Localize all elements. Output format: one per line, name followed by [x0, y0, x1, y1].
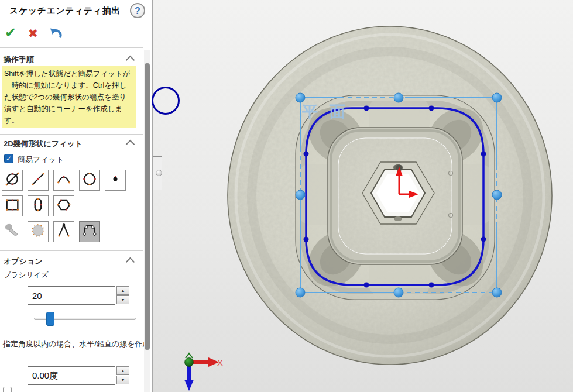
axis-origin-ball-icon	[185, 358, 194, 367]
hex-bottom-notch	[394, 216, 402, 221]
simple-fit-label: 簡易フィット	[18, 154, 64, 165]
brush-size-label: ブラシサイズ	[4, 270, 49, 280]
property-manager-panel: スケッチエンティティ抽出 ? ✔ ✖ 操作手順 Shiftを押した状態だと簡易フ…	[0, 0, 153, 392]
tool-row-1	[2, 170, 126, 191]
arc-icon	[56, 171, 72, 190]
brush-icon	[4, 222, 21, 242]
divider	[0, 47, 143, 48]
tool-row-2	[2, 195, 74, 216]
ok-button[interactable]: ✔	[5, 25, 16, 41]
chevron-up-icon[interactable]	[126, 56, 135, 65]
axis-z-arrow-icon	[184, 380, 194, 391]
no-fit-tool-button[interactable]	[2, 170, 23, 191]
panel-scrollbar-thumb[interactable]	[145, 63, 150, 350]
graphics-viewport[interactable]: 平 面 X	[153, 0, 573, 392]
section-steps-header: 操作手順	[4, 54, 34, 65]
undo-button[interactable]	[49, 27, 63, 42]
section-options-header: オプション	[4, 256, 43, 267]
plane-label: 平 面	[301, 103, 349, 121]
spinner-down-button[interactable]: ▼	[116, 295, 129, 304]
line-icon	[30, 171, 46, 190]
corner-tool-button[interactable]	[53, 221, 74, 242]
splitter-grip-icon	[156, 170, 162, 176]
polygon-tool-button[interactable]	[53, 195, 74, 216]
chevron-up-icon[interactable]	[126, 257, 135, 267]
blob-tool-button[interactable]	[28, 221, 49, 242]
undo-icon	[49, 32, 63, 42]
circle-icon	[81, 171, 98, 190]
angle-input[interactable]	[28, 366, 115, 385]
axis-x-label: X	[217, 357, 223, 367]
rectangle-icon	[4, 197, 20, 215]
app-window: { "panel": { "title": "スケッチエンティティ抽出", "h…	[0, 0, 573, 392]
axis-y-tick-icon	[186, 353, 193, 358]
help-button[interactable]: ?	[130, 3, 145, 18]
brush-cursor-circle	[152, 87, 180, 115]
section-fit-header: 2D幾何形状にフィット	[4, 139, 83, 149]
divider	[0, 134, 143, 135]
divider	[0, 250, 143, 251]
brush-size-slider-thumb[interactable]	[46, 312, 54, 326]
slot-icon	[30, 197, 46, 215]
rectangle-tool-button[interactable]	[2, 195, 23, 216]
line-tool-button[interactable]	[28, 170, 49, 191]
polygon-icon	[56, 197, 72, 215]
spinner-up-button[interactable]: ▲	[116, 286, 129, 295]
panel-scrollbar[interactable]	[144, 50, 150, 392]
scan-mesh-boss[interactable]	[296, 95, 495, 300]
coordinate-triad: X	[184, 353, 223, 391]
brush-size-spinner: ▲ ▼	[116, 286, 129, 305]
spinner-down-button[interactable]: ▼	[116, 376, 129, 384]
arc-tool-button[interactable]	[53, 170, 74, 191]
brush-tool-button[interactable]	[2, 221, 23, 242]
circle-tool-button[interactable]	[79, 170, 100, 191]
corner-icon	[56, 222, 72, 241]
arch-spline-icon	[81, 222, 98, 241]
viewport-canvas: 平 面 X	[153, 0, 573, 392]
simple-fit-checkbox[interactable]: ✓	[4, 154, 13, 163]
chevron-up-icon[interactable]	[126, 140, 135, 149]
panel-title: スケッチエンティティ抽出	[0, 5, 130, 16]
slot-tool-button[interactable]	[28, 195, 49, 216]
spinner-up-button[interactable]: ▲	[116, 366, 129, 375]
point-tool-button[interactable]	[105, 170, 126, 191]
partial-checkbox[interactable]	[3, 387, 12, 392]
point-icon	[107, 171, 123, 190]
cancel-button[interactable]: ✖	[28, 26, 38, 40]
brush-size-input[interactable]	[28, 286, 115, 305]
blob-icon	[30, 222, 46, 241]
no-fit-icon	[4, 171, 20, 190]
angle-option-label: 指定角度以内の場合、水平/鉛直の線を作成	[3, 338, 151, 350]
arch-spline-tool-button[interactable]	[79, 221, 100, 242]
info-message: Shiftを押した状態だと簡易フィットが一時的に無効になります。Ctrlを押した…	[2, 66, 136, 128]
angle-spinner: ▲ ▼	[116, 366, 129, 385]
tool-row-3	[2, 221, 100, 242]
